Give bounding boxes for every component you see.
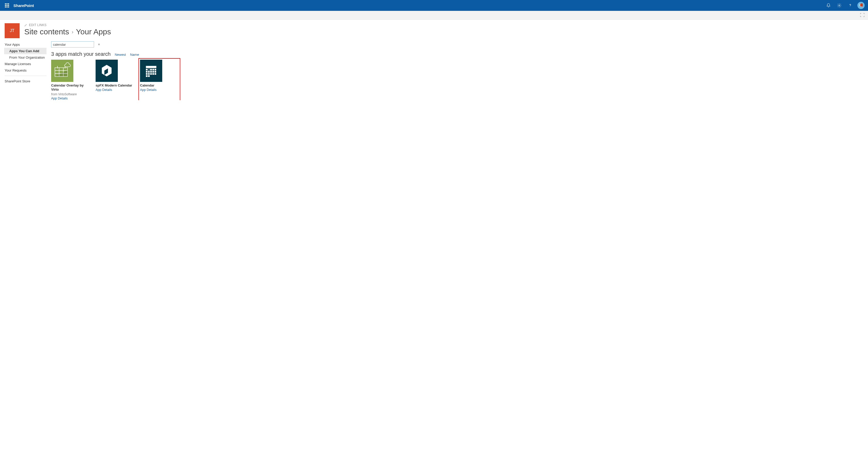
help-button[interactable] [845,0,856,11]
svg-rect-23 [146,73,148,75]
svg-rect-17 [154,69,156,70]
waffle-icon [5,3,9,7]
calendar-overlay-icon [53,62,71,80]
body: Your Apps Apps You Can Add From Your Org… [0,38,868,100]
svg-rect-26 [152,73,154,75]
spfx-hex-icon [99,63,115,79]
notifications-button[interactable] [823,0,834,11]
search-clear-button[interactable]: × [98,42,100,46]
app-tile: Calendar App Details [140,60,179,100]
app-tile-publisher: from VirtoSoftware [51,92,90,96]
search-input[interactable] [52,42,98,46]
app-tile-details-link[interactable]: App Details [140,88,179,92]
nav-sharepoint-store[interactable]: SharePoint Store [5,78,46,85]
svg-rect-25 [150,73,152,75]
focus-icon [860,12,865,18]
main-content: × 3 apps match your search Newest Name [51,41,863,100]
svg-rect-15 [150,69,152,70]
pencil-icon [24,24,27,27]
app-tile-icon-button[interactable] [140,60,162,82]
sort-name-link[interactable]: Name [130,53,139,57]
nav-from-your-organization[interactable]: From Your Organization [5,54,46,61]
avatar [858,2,865,9]
ribbon-bar [0,11,868,20]
bell-icon [826,3,831,8]
app-tile: spFX Modern Calendar App Details [96,60,134,100]
title-area: JT EDIT LINKS Site contents › Your Apps [0,20,868,38]
nav-your-apps[interactable]: Your Apps [5,41,46,48]
nav-your-requests[interactable]: Your Requests [5,67,46,73]
app-tile-details-link[interactable]: App Details [96,88,134,92]
app-tiles: Calendar Overlay by Virto from VirtoSoft… [51,60,863,100]
sort-newest-link[interactable]: Newest [115,53,126,57]
svg-rect-28 [146,75,148,77]
svg-rect-21 [152,71,154,72]
results-header: 3 apps match your search Newest Name [51,51,863,57]
app-tile-title[interactable]: Calendar Overlay by Virto [51,84,90,92]
svg-rect-20 [150,71,152,72]
app-tile-icon-button[interactable] [51,60,73,82]
gear-icon [837,3,842,8]
app-tile-title[interactable]: Calendar [140,84,179,88]
chevron-right-icon: › [71,29,73,35]
app-launcher-button[interactable] [2,0,12,11]
nav-apps-you-can-add[interactable]: Apps You Can Add [4,48,46,54]
svg-rect-19 [148,71,150,72]
svg-rect-22 [154,71,156,72]
edit-links-button[interactable]: EDIT LINKS [24,23,863,27]
svg-rect-16 [152,69,154,70]
help-icon [848,3,852,8]
svg-rect-12 [146,66,156,68]
svg-rect-13 [146,69,148,70]
edit-links-label: EDIT LINKS [29,23,46,27]
svg-point-1 [850,6,850,7]
breadcrumb-current: Your Apps [76,27,111,36]
svg-rect-29 [148,75,150,77]
svg-rect-30 [148,69,150,70]
page-title: Site contents › Your Apps [24,27,863,36]
nav-manage-licenses[interactable]: Manage Licenses [5,61,46,67]
suite-bar: SharePoint [0,0,868,11]
focus-content-button[interactable] [860,12,865,18]
search-box: × [51,41,94,48]
app-tile-title[interactable]: spFX Modern Calendar [96,84,134,88]
brand-link[interactable]: SharePoint [13,3,34,8]
svg-rect-18 [146,71,148,72]
svg-point-0 [839,5,840,6]
settings-button[interactable] [834,0,845,11]
svg-rect-24 [148,73,150,75]
app-tile-details-link[interactable]: App Details [51,97,90,100]
breadcrumb-parent-link[interactable]: Site contents [24,27,69,36]
svg-rect-27 [154,73,156,75]
account-button[interactable] [856,0,866,11]
results-count: 3 apps match your search [51,51,111,57]
app-tile-icon-button[interactable] [96,60,118,82]
app-tile: Calendar Overlay by Virto from VirtoSoft… [51,60,90,100]
site-logo[interactable]: JT [5,23,20,38]
calendar-icon [144,63,159,79]
left-nav: Your Apps Apps You Can Add From Your Org… [5,41,46,100]
